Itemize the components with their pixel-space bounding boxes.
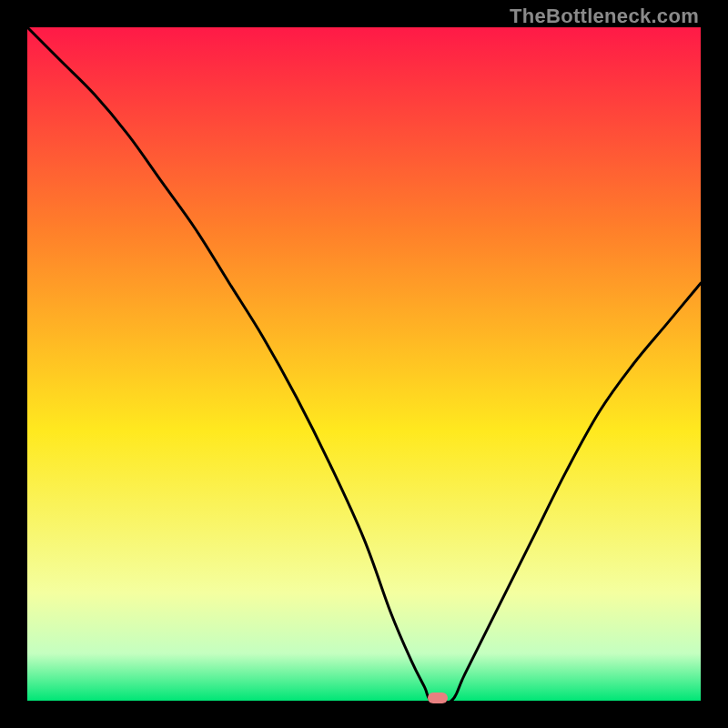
optimal-marker	[428, 693, 448, 703]
plot-area	[27, 27, 701, 701]
bottleneck-curve	[27, 27, 701, 701]
chart-container: TheBottleneck.com	[0, 0, 728, 728]
watermark: TheBottleneck.com	[510, 5, 699, 28]
curve-layer	[27, 27, 701, 701]
